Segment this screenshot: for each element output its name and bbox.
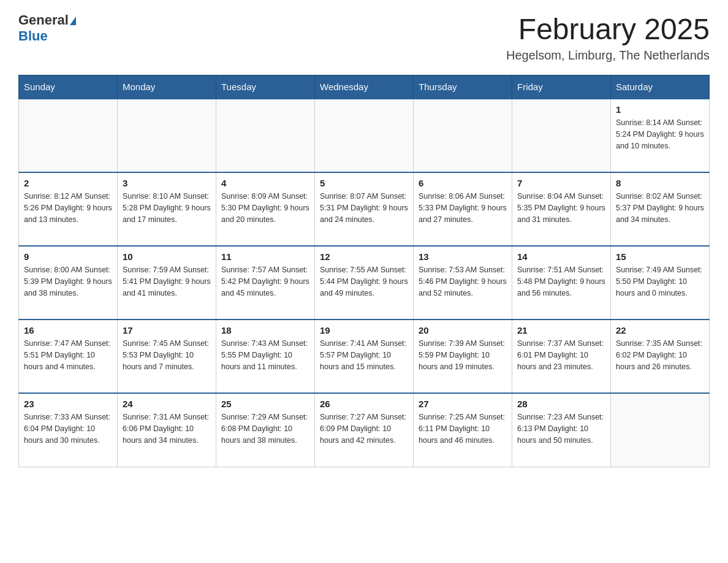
calendar-cell	[118, 99, 216, 172]
calendar-cell: 5Sunrise: 8:07 AM Sunset: 5:31 PM Daylig…	[315, 172, 414, 246]
calendar-week-row: 16Sunrise: 7:47 AM Sunset: 5:51 PM Dayli…	[19, 320, 710, 393]
day-number: 23	[24, 399, 112, 409]
day-info: Sunrise: 7:25 AM Sunset: 6:11 PM Dayligh…	[419, 412, 507, 446]
weekday-header-tuesday: Tuesday	[216, 75, 315, 99]
day-info: Sunrise: 7:51 AM Sunset: 5:48 PM Dayligh…	[517, 264, 605, 299]
day-number: 21	[517, 325, 605, 335]
weekday-header-monday: Monday	[118, 75, 216, 99]
day-number: 11	[221, 251, 309, 262]
day-number: 5	[320, 178, 408, 188]
day-number: 27	[419, 399, 507, 409]
day-info: Sunrise: 7:57 AM Sunset: 5:42 PM Dayligh…	[221, 264, 309, 299]
day-number: 6	[419, 178, 507, 188]
page-header: General Blue February 2025 Hegelsom, Lim…	[18, 12, 710, 63]
day-info: Sunrise: 7:27 AM Sunset: 6:09 PM Dayligh…	[320, 412, 408, 446]
day-info: Sunrise: 7:23 AM Sunset: 6:13 PM Dayligh…	[517, 412, 605, 446]
weekday-header-saturday: Saturday	[611, 75, 710, 99]
calendar-cell: 28Sunrise: 7:23 AM Sunset: 6:13 PM Dayli…	[512, 393, 611, 467]
weekday-header-row: SundayMondayTuesdayWednesdayThursdayFrid…	[19, 75, 710, 99]
calendar-cell	[512, 99, 611, 172]
day-info: Sunrise: 7:53 AM Sunset: 5:46 PM Dayligh…	[419, 264, 507, 299]
calendar-cell: 27Sunrise: 7:25 AM Sunset: 6:11 PM Dayli…	[414, 393, 512, 467]
day-number: 18	[221, 325, 309, 335]
calendar-cell	[414, 99, 512, 172]
day-info: Sunrise: 8:12 AM Sunset: 5:26 PM Dayligh…	[24, 191, 112, 225]
calendar-cell: 15Sunrise: 7:49 AM Sunset: 5:50 PM Dayli…	[611, 246, 710, 320]
day-number: 15	[616, 251, 704, 262]
day-info: Sunrise: 7:29 AM Sunset: 6:08 PM Dayligh…	[221, 412, 309, 446]
calendar-cell	[611, 393, 710, 467]
day-info: Sunrise: 7:43 AM Sunset: 5:55 PM Dayligh…	[221, 338, 309, 372]
day-info: Sunrise: 7:41 AM Sunset: 5:57 PM Dayligh…	[320, 338, 408, 372]
day-info: Sunrise: 7:35 AM Sunset: 6:02 PM Dayligh…	[616, 338, 704, 372]
calendar-cell: 1Sunrise: 8:14 AM Sunset: 5:24 PM Daylig…	[611, 99, 710, 172]
calendar-cell: 10Sunrise: 7:59 AM Sunset: 5:41 PM Dayli…	[118, 246, 216, 320]
calendar-cell: 13Sunrise: 7:53 AM Sunset: 5:46 PM Dayli…	[414, 246, 512, 320]
calendar-week-row: 2Sunrise: 8:12 AM Sunset: 5:26 PM Daylig…	[19, 172, 710, 246]
calendar-cell: 25Sunrise: 7:29 AM Sunset: 6:08 PM Dayli…	[216, 393, 315, 467]
calendar-cell	[315, 99, 414, 172]
day-number: 20	[419, 325, 507, 335]
calendar-cell: 12Sunrise: 7:55 AM Sunset: 5:44 PM Dayli…	[315, 246, 414, 320]
day-info: Sunrise: 7:31 AM Sunset: 6:06 PM Dayligh…	[123, 412, 211, 446]
calendar-cell: 19Sunrise: 7:41 AM Sunset: 5:57 PM Dayli…	[315, 320, 414, 393]
title-area: February 2025 Hegelsom, Limburg, The Net…	[506, 12, 710, 63]
weekday-header-wednesday: Wednesday	[315, 75, 414, 99]
logo-general: General	[18, 12, 76, 28]
weekday-header-thursday: Thursday	[414, 75, 512, 99]
location-title: Hegelsom, Limburg, The Netherlands	[506, 48, 710, 63]
day-number: 8	[616, 178, 704, 188]
day-info: Sunrise: 8:06 AM Sunset: 5:33 PM Dayligh…	[419, 191, 507, 225]
calendar-cell: 18Sunrise: 7:43 AM Sunset: 5:55 PM Dayli…	[216, 320, 315, 393]
day-number: 24	[123, 399, 211, 409]
day-number: 13	[419, 251, 507, 262]
calendar-cell: 8Sunrise: 8:02 AM Sunset: 5:37 PM Daylig…	[611, 172, 710, 246]
calendar-week-row: 9Sunrise: 8:00 AM Sunset: 5:39 PM Daylig…	[19, 246, 710, 320]
calendar-cell: 17Sunrise: 7:45 AM Sunset: 5:53 PM Dayli…	[118, 320, 216, 393]
day-info: Sunrise: 8:02 AM Sunset: 5:37 PM Dayligh…	[616, 191, 704, 225]
calendar-cell: 11Sunrise: 7:57 AM Sunset: 5:42 PM Dayli…	[216, 246, 315, 320]
calendar-cell: 3Sunrise: 8:10 AM Sunset: 5:28 PM Daylig…	[118, 172, 216, 246]
calendar-week-row: 23Sunrise: 7:33 AM Sunset: 6:04 PM Dayli…	[19, 393, 710, 467]
calendar-cell: 16Sunrise: 7:47 AM Sunset: 5:51 PM Dayli…	[19, 320, 118, 393]
day-info: Sunrise: 8:07 AM Sunset: 5:31 PM Dayligh…	[320, 191, 408, 225]
day-info: Sunrise: 8:04 AM Sunset: 5:35 PM Dayligh…	[517, 191, 605, 225]
day-number: 2	[24, 178, 112, 188]
logo-blue: Blue	[18, 28, 48, 44]
calendar-cell: 7Sunrise: 8:04 AM Sunset: 5:35 PM Daylig…	[512, 172, 611, 246]
calendar-week-row: 1Sunrise: 8:14 AM Sunset: 5:24 PM Daylig…	[19, 99, 710, 172]
calendar-cell: 22Sunrise: 7:35 AM Sunset: 6:02 PM Dayli…	[611, 320, 710, 393]
calendar-cell: 24Sunrise: 7:31 AM Sunset: 6:06 PM Dayli…	[118, 393, 216, 467]
weekday-header-friday: Friday	[512, 75, 611, 99]
day-number: 22	[616, 325, 704, 335]
day-info: Sunrise: 8:10 AM Sunset: 5:28 PM Dayligh…	[123, 191, 211, 225]
calendar-cell	[19, 99, 118, 172]
day-info: Sunrise: 7:49 AM Sunset: 5:50 PM Dayligh…	[616, 264, 704, 299]
calendar-cell: 4Sunrise: 8:09 AM Sunset: 5:30 PM Daylig…	[216, 172, 315, 246]
day-number: 14	[517, 251, 605, 262]
month-title: February 2025	[506, 12, 710, 46]
day-info: Sunrise: 7:45 AM Sunset: 5:53 PM Dayligh…	[123, 338, 211, 372]
day-number: 25	[221, 399, 309, 409]
day-info: Sunrise: 7:59 AM Sunset: 5:41 PM Dayligh…	[123, 264, 211, 299]
day-number: 12	[320, 251, 408, 262]
day-number: 4	[221, 178, 309, 188]
calendar-cell: 6Sunrise: 8:06 AM Sunset: 5:33 PM Daylig…	[414, 172, 512, 246]
calendar-cell: 23Sunrise: 7:33 AM Sunset: 6:04 PM Dayli…	[19, 393, 118, 467]
day-info: Sunrise: 8:00 AM Sunset: 5:39 PM Dayligh…	[24, 264, 112, 299]
day-info: Sunrise: 7:39 AM Sunset: 5:59 PM Dayligh…	[419, 338, 507, 372]
day-number: 28	[517, 399, 605, 409]
day-number: 9	[24, 251, 112, 262]
calendar-table: SundayMondayTuesdayWednesdayThursdayFrid…	[18, 75, 710, 467]
calendar-cell: 21Sunrise: 7:37 AM Sunset: 6:01 PM Dayli…	[512, 320, 611, 393]
day-number: 3	[123, 178, 211, 188]
weekday-header-sunday: Sunday	[19, 75, 118, 99]
calendar-cell: 2Sunrise: 8:12 AM Sunset: 5:26 PM Daylig…	[19, 172, 118, 246]
day-info: Sunrise: 7:47 AM Sunset: 5:51 PM Dayligh…	[24, 338, 112, 372]
day-number: 26	[320, 399, 408, 409]
calendar-cell	[216, 99, 315, 172]
day-number: 1	[616, 104, 704, 115]
day-info: Sunrise: 7:37 AM Sunset: 6:01 PM Dayligh…	[517, 338, 605, 372]
day-number: 16	[24, 325, 112, 335]
logo: General Blue	[18, 12, 76, 44]
